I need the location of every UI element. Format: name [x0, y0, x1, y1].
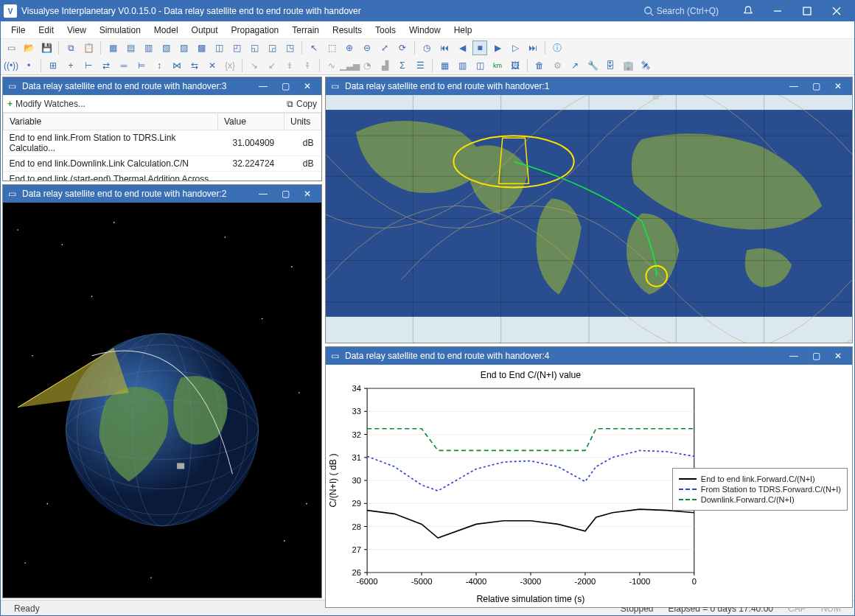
pane-maximize-button[interactable]: ▢ — [805, 351, 827, 361]
swap-icon[interactable]: ⇆ — [187, 58, 202, 73]
grid-icon[interactable]: ⊞ — [46, 58, 60, 73]
search-box[interactable]: Search (Ctrl+Q) — [643, 6, 719, 16]
ffwd-icon[interactable]: ⏭ — [526, 41, 540, 55]
pane-minimize-button[interactable]: — — [783, 81, 805, 91]
chart-icon[interactable]: ▥ — [455, 58, 470, 73]
sort-icon[interactable]: ↕ — [152, 58, 167, 73]
clock-icon[interactable]: ◷ — [419, 41, 434, 55]
tree-icon[interactable]: ⊨ — [134, 58, 149, 73]
pane-maximize-button[interactable]: ▢ — [805, 81, 827, 91]
bar-icon[interactable]: ▁▃▅ — [342, 58, 357, 73]
pane-maximize-button[interactable]: ▢ — [274, 81, 296, 91]
wrench-icon[interactable]: 🔧 — [585, 58, 600, 73]
notifications-icon[interactable] — [733, 1, 763, 21]
modify-watches-button[interactable]: +Modify Watches... — [7, 99, 86, 109]
menu-results[interactable]: Results — [327, 24, 368, 37]
tool-j-icon[interactable]: ◲ — [265, 41, 279, 55]
rewind-icon[interactable]: ⏮ — [437, 41, 452, 55]
segment-icon[interactable]: ⊢ — [81, 58, 96, 73]
minimize-button[interactable] — [763, 1, 792, 21]
plot-icon[interactable]: ◫ — [472, 58, 487, 73]
close-button[interactable] — [822, 1, 851, 21]
hline-icon[interactable]: ═ — [116, 58, 131, 73]
op2-icon[interactable]: ↙ — [265, 58, 279, 73]
tool-h-icon[interactable]: ◰ — [229, 41, 244, 55]
pane-close-button[interactable]: ✕ — [827, 351, 849, 361]
op1-icon[interactable]: ↘ — [247, 58, 262, 73]
menu-tools[interactable]: Tools — [369, 24, 402, 37]
pane-close-button[interactable]: ✕ — [827, 81, 849, 91]
copy-button[interactable]: ⧉Copy — [287, 99, 317, 109]
graph-icon[interactable]: ∿ — [324, 58, 339, 73]
menu-view[interactable]: View — [61, 24, 92, 37]
menu-simulation[interactable]: Simulation — [94, 24, 147, 37]
zoom-in-icon[interactable]: ⊕ — [342, 41, 357, 55]
link2-icon[interactable]: ↗ — [568, 58, 582, 73]
pane-maximize-button[interactable]: ▢ — [274, 189, 296, 199]
menu-help[interactable]: Help — [448, 24, 478, 37]
pane-minimize-button[interactable]: — — [783, 351, 805, 361]
tool-g-icon[interactable]: ◫ — [212, 41, 226, 55]
net-icon[interactable]: ⋈ — [170, 58, 184, 73]
list-icon[interactable]: ☰ — [413, 58, 427, 73]
menu-window[interactable]: Window — [403, 24, 447, 37]
play-icon[interactable]: ▶ — [490, 41, 505, 55]
plus-icon[interactable]: + — [63, 58, 78, 73]
zoom-fit-icon[interactable]: ⤢ — [377, 41, 392, 55]
antenna-icon[interactable]: ((•)) — [4, 58, 18, 73]
pointer-icon[interactable]: ↖ — [307, 41, 321, 55]
col-units[interactable]: Units — [285, 113, 321, 130]
open-icon[interactable]: 📂 — [21, 41, 36, 55]
op3-icon[interactable]: ⤈ — [282, 58, 297, 73]
paste-icon[interactable]: 📋 — [81, 41, 96, 55]
bld-icon[interactable]: 🏢 — [621, 58, 635, 73]
menu-terrain[interactable]: Terrain — [286, 24, 325, 37]
save-icon[interactable]: 💾 — [39, 41, 54, 55]
pane-close-button[interactable]: ✕ — [296, 81, 318, 91]
db-icon[interactable]: 🗄 — [603, 58, 618, 73]
col-value[interactable]: Value — [218, 113, 285, 130]
tool-c-icon[interactable]: ▥ — [141, 41, 156, 55]
table-icon[interactable]: ▦ — [437, 58, 452, 73]
pane-minimize-button[interactable]: — — [252, 189, 274, 199]
table-row[interactable]: End to end link.Downlink.Link Calculatio… — [4, 156, 321, 172]
globe-viewport[interactable] — [3, 203, 321, 598]
tool-e-icon[interactable]: ▨ — [176, 41, 191, 55]
refresh-icon[interactable]: ⟳ — [395, 41, 410, 55]
pane-minimize-button[interactable]: — — [252, 81, 274, 91]
watch-window-titlebar[interactable]: ▭ Data relay satellite end to end route … — [3, 77, 321, 95]
chart-viewport[interactable]: End to End C/(N+I) value2627282930313233… — [326, 365, 852, 607]
maximize-button[interactable] — [792, 1, 822, 21]
table-row[interactable]: End to end link.From Station to TDRS.Lin… — [4, 130, 321, 156]
link-icon[interactable]: ⇄ — [99, 58, 114, 73]
select-icon[interactable]: ⬚ — [324, 41, 339, 55]
tool-d-icon[interactable]: ▧ — [158, 41, 173, 55]
step-fwd-icon[interactable]: ▷ — [508, 41, 523, 55]
zoom-out-icon[interactable]: ⊖ — [360, 41, 374, 55]
tool-b-icon[interactable]: ▤ — [123, 41, 138, 55]
var-icon[interactable]: {x} — [223, 58, 237, 73]
tool-a-icon[interactable]: ▦ — [105, 41, 120, 55]
img-icon[interactable]: 🖼 — [508, 58, 523, 73]
stop-icon[interactable]: ■ — [472, 41, 487, 55]
info-icon[interactable]: ⓘ — [550, 41, 565, 55]
dot-icon[interactable]: • — [21, 58, 36, 73]
copy-icon[interactable]: ⧉ — [63, 41, 78, 55]
menu-output[interactable]: Output — [186, 24, 224, 37]
sum-icon[interactable]: Σ — [395, 58, 410, 73]
new-icon[interactable]: ▭ — [4, 41, 18, 55]
map-viewport[interactable] — [326, 95, 852, 343]
table-row[interactable]: End to end link.(start-end).Thermal Addi… — [4, 172, 321, 181]
bin-icon[interactable]: 🗑 — [532, 58, 547, 73]
map-window-titlebar[interactable]: ▭ Data relay satellite end to end route … — [326, 77, 852, 95]
pane-close-button[interactable]: ✕ — [296, 189, 318, 199]
pie-icon[interactable]: ◔ — [360, 58, 374, 73]
tool-i-icon[interactable]: ◱ — [247, 41, 262, 55]
tool-f-icon[interactable]: ▩ — [194, 41, 209, 55]
op4-icon[interactable]: ⤉ — [300, 58, 315, 73]
sat-icon[interactable]: 🛰 — [638, 58, 653, 73]
tool-k-icon[interactable]: ◳ — [282, 41, 297, 55]
chart-window-titlebar[interactable]: ▭ Data relay satellite end to end route … — [326, 347, 852, 365]
menu-file[interactable]: File — [5, 24, 31, 37]
menu-edit[interactable]: Edit — [32, 24, 60, 37]
